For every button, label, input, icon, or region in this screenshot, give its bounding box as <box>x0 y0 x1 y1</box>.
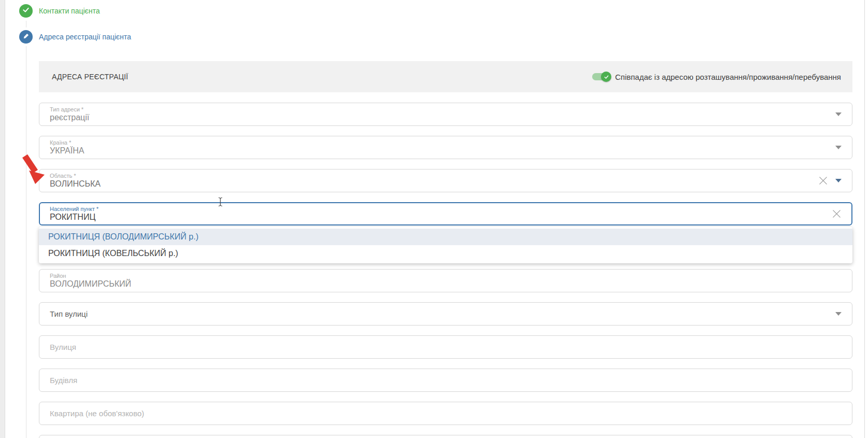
step-label-registration-address[interactable]: Адреса реєстрації пацієнта <box>39 32 131 41</box>
registration-address-section: АДРЕСА РЕЄСТРАЦІЇ Співпадає із адресою р… <box>39 61 852 438</box>
stepper-connector <box>26 46 26 438</box>
annotation-arrow <box>18 152 47 186</box>
country-value: УКРАЇНА <box>50 146 828 156</box>
settlement-option-kovelskyi[interactable]: РОКИТНИЦЯ (КОВЕЛЬСЬКИЙ р.) <box>39 245 852 262</box>
step-active-indicator[interactable] <box>19 30 33 44</box>
patient-address-page: { "stepper": { "steps": [ { "label": "Ко… <box>0 0 868 438</box>
street-type-placeholder: Тип вулиці <box>50 309 828 318</box>
district-value: ВОЛОДИМИРСЬКИЙ <box>50 279 842 289</box>
text-cursor-icon <box>217 197 223 207</box>
pencil-icon <box>23 32 30 41</box>
scrollbar-track-edge[interactable] <box>864 0 865 438</box>
country-label: Країна * <box>50 139 828 146</box>
address-type-value: реєстрації <box>50 113 828 122</box>
street-input[interactable]: Вулиця <box>39 335 852 359</box>
settlement-option-volodymyrskyi[interactable]: РОКИТНИЦЯ (ВОЛОДИМИРСЬКИЙ р.) <box>39 229 852 245</box>
chevron-down-icon[interactable] <box>835 146 842 149</box>
building-placeholder: Будівля <box>50 376 842 385</box>
check-icon <box>22 6 30 16</box>
stepper-connector <box>26 21 26 27</box>
same-address-toggle-group: Співпадає із адресою розташування/прожив… <box>592 73 841 81</box>
chevron-down-icon[interactable] <box>835 179 842 182</box>
street-type-select[interactable]: Тип вулиці <box>39 302 852 326</box>
address-panel-header: АДРЕСА РЕЄСТРАЦІЇ Співпадає із адресою р… <box>39 61 852 92</box>
country-select[interactable]: Країна * УКРАЇНА <box>39 136 852 159</box>
page-left-edge <box>0 0 5 438</box>
step-label-contacts[interactable]: Контакти пацієнта <box>39 6 100 16</box>
address-type-label: Тип адреси * <box>50 106 828 112</box>
clear-icon[interactable] <box>832 209 842 219</box>
settlement-suggestions-dropdown: РОКИТНИЦЯ (ВОЛОДИМИРСЬКИЙ р.) РОКИТНИЦЯ … <box>39 227 852 263</box>
street-placeholder: Вулиця <box>50 343 842 351</box>
district-field[interactable]: Район ВОЛОДИМИРСЬКИЙ <box>39 269 852 292</box>
settlement-value: РОКИТНИЦ <box>50 213 824 222</box>
clear-icon[interactable] <box>818 176 828 186</box>
check-icon <box>604 74 609 80</box>
district-label: Район <box>50 273 842 279</box>
same-address-toggle-label: Співпадає із адресою розташування/прожив… <box>615 73 841 81</box>
region-label: Область * <box>50 173 811 179</box>
apartment-placeholder: Квартира (не обов'язково) <box>50 409 842 418</box>
panel-title: АДРЕСА РЕЄСТРАЦІЇ <box>52 73 128 81</box>
settlement-input[interactable]: Населений пункт * РОКИТНИЦ <box>39 202 852 225</box>
toggle-thumb <box>601 72 611 82</box>
step-completed-indicator[interactable] <box>19 4 33 18</box>
region-select[interactable]: Область * ВОЛИНСЬКА <box>39 169 852 192</box>
building-input[interactable]: Будівля <box>39 369 852 392</box>
address-type-select[interactable]: Тип адреси * реєстрації <box>39 103 852 126</box>
chevron-down-icon[interactable] <box>835 112 842 116</box>
same-address-toggle[interactable] <box>592 73 610 80</box>
chevron-down-icon[interactable] <box>835 312 842 316</box>
next-field-partial[interactable] <box>39 435 852 438</box>
settlement-label: Населений пункт * <box>50 206 824 212</box>
region-value: ВОЛИНСЬКА <box>50 179 811 189</box>
apartment-input[interactable]: Квартира (не обов'язково) <box>39 402 852 425</box>
